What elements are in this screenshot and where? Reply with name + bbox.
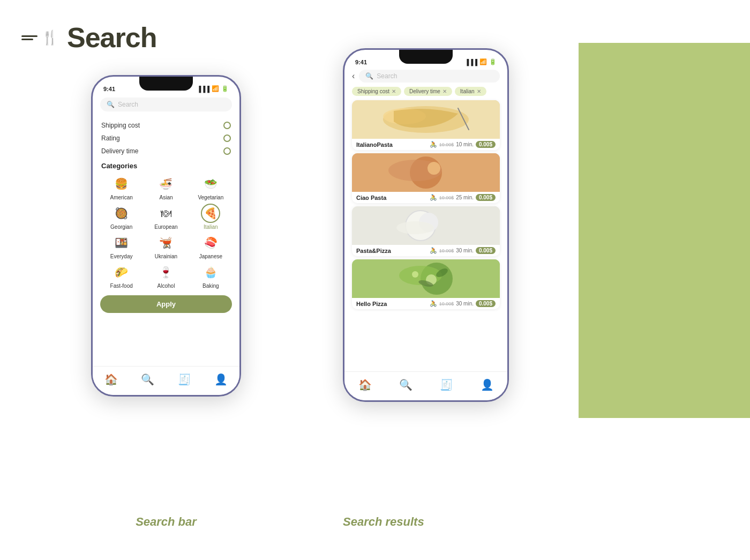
restaurant-card-1[interactable]: Ciao Pasta 🚴 10.00$ 25 min. 0.00$ (352, 153, 500, 203)
restaurant-image-1 (352, 153, 500, 192)
european-icon: 🍽 (156, 204, 176, 223)
original-price-1: 10.00$ (439, 195, 454, 200)
category-american[interactable]: 🍔 American (100, 174, 142, 200)
category-alcohol[interactable]: 🍷 Alcohol (145, 263, 187, 289)
search-icon-left: 🔍 (107, 101, 115, 108)
restaurant-card-0[interactable]: ItalianoPasta 🚴 10.00$ 10 min. 0.00$ (352, 100, 500, 150)
category-asian[interactable]: 🍜 Asian (145, 174, 187, 200)
filter-delivery-radio[interactable] (223, 147, 231, 155)
everyday-label: Everyday (110, 253, 133, 259)
georgian-icon: 🥘 (112, 204, 131, 223)
category-italian[interactable]: 🍕 Italian (190, 204, 232, 230)
chip-delivery-remove[interactable]: ✕ (442, 88, 447, 94)
filter-rating[interactable]: Rating (101, 132, 231, 145)
baking-label: Baking (202, 283, 219, 289)
bottom-nav-right: 🏠 🔍 🧾 👤 (344, 371, 507, 400)
category-everyday[interactable]: 🍱 Everyday (100, 233, 142, 259)
category-georgian[interactable]: 🥘 Georgian (100, 204, 142, 230)
restaurant-list: ItalianoPasta 🚴 10.00$ 10 min. 0.00$ (344, 98, 507, 311)
restaurant-image-2 (352, 206, 500, 245)
chip-shipping[interactable]: Shipping cost ✕ (352, 87, 401, 96)
chip-delivery-label: Delivery time (409, 88, 440, 94)
restaurant-card-3[interactable]: Hello Pizza 🚴 10.00$ 30 min. 0.00$ (352, 259, 500, 309)
page-title: Search (67, 21, 156, 54)
restaurant-image-3 (352, 259, 500, 298)
restaurant-name-1: Ciao Pasta (356, 195, 386, 201)
alcohol-label: Alcohol (158, 283, 175, 289)
search-placeholder-left: Search (118, 101, 138, 108)
italian-icon: 🍕 (201, 204, 220, 223)
georgian-label: Georgian (110, 224, 132, 230)
chip-delivery[interactable]: Delivery time ✕ (404, 87, 452, 96)
time-0: 10 min. (456, 141, 474, 147)
category-ukrainian[interactable]: 🫕 Ukrainian (145, 233, 187, 259)
nav-home-left[interactable]: 🏠 (104, 373, 118, 386)
search-bar-right-container: ‹ 🔍 Search (344, 68, 507, 85)
vegetarian-icon: 🥗 (201, 174, 220, 193)
baking-icon: 🧁 (201, 263, 220, 282)
phone-right: 9:41 ▐▐▐ 📶 🔋 ‹ 🔍 Search Shipping cost ✕ … (343, 48, 509, 402)
price-2: 0.00$ (476, 247, 496, 254)
original-price-2: 10.00$ (439, 248, 454, 253)
battery-right: 🔋 (489, 58, 497, 65)
notch-right (399, 50, 453, 64)
chip-italian[interactable]: Italian ✕ (455, 87, 486, 96)
search-bar-right[interactable]: 🔍 Search (359, 70, 500, 83)
restaurant-name-2: Pasta&Pizza (356, 248, 391, 254)
asian-icon: 🍜 (156, 174, 176, 193)
restaurant-info-0: ItalianoPasta 🚴 10.00$ 10 min. 0.00$ (352, 139, 500, 150)
search-placeholder-right: Search (377, 72, 397, 80)
nav-profile-left[interactable]: 👤 (214, 373, 228, 386)
category-fastfood[interactable]: 🌮 Fast-food (100, 263, 142, 289)
american-label: American (110, 195, 133, 200)
vegetarian-label: Vegetarian (198, 195, 223, 200)
nav-orders-left[interactable]: 🧾 (178, 373, 191, 386)
restaurant-card-2[interactable]: Pasta&Pizza 🚴 10.00$ 30 min. 0.00$ (352, 206, 500, 256)
restaurant-name-3: Hello Pizza (356, 301, 387, 307)
chip-shipping-remove[interactable]: ✕ (392, 88, 396, 94)
price-1: 0.00$ (476, 194, 496, 201)
back-button[interactable]: ‹ (352, 71, 355, 81)
notch-left (139, 77, 193, 91)
restaurant-meta-0: 🚴 10.00$ 10 min. 0.00$ (430, 141, 496, 148)
restaurant-image-0 (352, 100, 500, 139)
ukrainian-icon: 🫕 (156, 233, 176, 252)
filter-rating-radio[interactable] (223, 135, 231, 142)
chip-italian-label: Italian (460, 88, 475, 94)
green-bg-decoration (579, 43, 750, 418)
filter-delivery[interactable]: Delivery time (101, 145, 231, 158)
nav-orders-right[interactable]: 🧾 (440, 378, 453, 391)
caption-search-results: Search results (343, 515, 509, 529)
nav-search-left[interactable]: 🔍 (141, 373, 154, 386)
restaurant-info-2: Pasta&Pizza 🚴 10.00$ 30 min. 0.00$ (352, 245, 500, 256)
battery-left: 🔋 (221, 85, 229, 92)
everyday-icon: 🍱 (112, 233, 131, 252)
american-icon: 🍔 (112, 174, 131, 193)
wifi-right: 📶 (479, 58, 487, 65)
fork-icon: 🍴 (21, 29, 58, 46)
alcohol-icon: 🍷 (156, 263, 176, 282)
search-bar-left[interactable]: 🔍 Search (100, 98, 232, 111)
delivery-icon-2: 🚴 (430, 247, 437, 254)
restaurant-info-1: Ciao Pasta 🚴 10.00$ 25 min. 0.00$ (352, 192, 500, 203)
category-baking[interactable]: 🧁 Baking (190, 263, 232, 289)
time-2: 30 min. (456, 248, 474, 253)
nav-search-right[interactable]: 🔍 (399, 378, 412, 391)
nav-home-right[interactable]: 🏠 (358, 378, 372, 391)
japanese-icon: 🍣 (201, 233, 220, 252)
category-japanese[interactable]: 🍣 Japanese (190, 233, 232, 259)
apply-button[interactable]: Apply (100, 295, 232, 313)
restaurant-meta-1: 🚴 10.00$ 25 min. 0.00$ (430, 194, 496, 201)
filter-shipping[interactable]: Shipping cost (101, 119, 231, 132)
bottom-nav-left: 🏠 🔍 🧾 👤 (93, 366, 239, 395)
category-vegetarian[interactable]: 🥗 Vegetarian (190, 174, 232, 200)
filter-shipping-radio[interactable] (223, 122, 231, 129)
nav-profile-right[interactable]: 👤 (481, 378, 494, 391)
search-icon-right: 🔍 (365, 72, 373, 80)
svg-point-11 (396, 221, 434, 234)
european-label: European (154, 224, 177, 230)
wifi-left: 📶 (212, 85, 219, 92)
time-left: 9:41 (103, 86, 115, 92)
category-european[interactable]: 🍽 European (145, 204, 187, 230)
chip-italian-remove[interactable]: ✕ (477, 88, 481, 94)
